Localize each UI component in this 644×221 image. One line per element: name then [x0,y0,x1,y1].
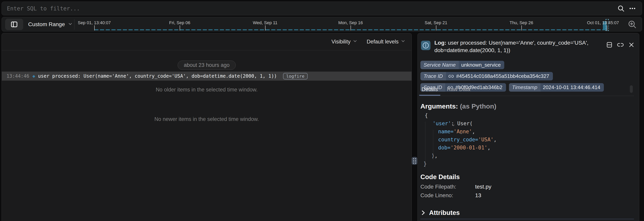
close-icon[interactable] [628,41,635,48]
tab-raw-data[interactable]: Raw Data [446,86,472,96]
timeline-tick [436,25,436,30]
timeline-bar: Custom Range Sep 01, 13:40:07 Fri, Sep 0… [2,17,642,31]
detail-header: Log:user processed: User(name='Anne', co… [421,39,608,54]
zoom-in-icon[interactable] [628,20,637,29]
log-message: user processed: User(name='Anne', countr… [38,73,277,79]
log-list-header: Visibility Default levels [2,33,412,50]
collapse-chevron-icon[interactable] [428,122,432,126]
code-lineno-row: Code Lineno:13 [420,192,481,199]
attributes-section-toggle[interactable]: Attributes [420,209,460,217]
no-older-items-message: No older items in the selected time wind… [2,87,412,93]
log-detail-panel: Log:user processed: User(name='Anne', co… [418,33,639,221]
visibility-label: Visibility [332,39,350,45]
arguments-heading: Arguments:(as Python) [420,102,496,110]
timeline-tick-label: Fri, Sep 06 [169,20,190,25]
sql-filter-bar: Enter SQL to filter... [2,1,642,15]
search-icon[interactable] [617,4,625,13]
no-newer-items-message: No newer items in the selected time wind… [2,116,412,122]
log-list-panel: Visibility Default levels No older items… [2,33,412,221]
chevron-down-icon [68,21,73,27]
tree-line-open: { [420,111,496,120]
copy-link-icon[interactable] [617,41,624,48]
indent-guide [433,130,433,160]
service-name-label: Service Name [420,61,459,69]
tree-line-dob: dob='2000-01-01', [420,144,496,152]
timeline-tick [94,25,95,30]
timeline-tick-label: Thu, Sep 26 [510,20,533,25]
service-name-badge: Service Name unknown_service [420,61,504,69]
code-filepath-value: test.py [475,184,491,190]
timeline-tick [265,25,266,30]
chevron-down-icon [400,38,406,45]
timeline-divider [74,19,74,30]
tree-line-close-call: ), [420,152,496,160]
scrollbar-thumb[interactable] [630,85,633,93]
code-details-heading: Code Details [420,173,460,181]
timeline-tick-label: Mon, Sep 16 [338,20,363,25]
trace-id-value: #454514c0168a455a51bb4ceba354c327 [454,73,553,79]
sidebar-toggle-button[interactable] [5,19,23,30]
log-row[interactable]: 13:44:46 ◆ user processed: User(name='An… [2,72,412,81]
sidebar-toggle-icon [10,20,18,28]
sql-filter-input[interactable]: Enter SQL to filter... [7,5,617,12]
timeline-tick [350,25,351,30]
code-lineno-value: 13 [475,192,481,198]
split-view-icon[interactable] [606,41,613,48]
visibility-dropdown[interactable]: Visibility [332,38,358,45]
log-level-diamond-icon: ◆ [32,73,35,79]
timeline-tick-label: Sat, Sep 21 [425,20,448,25]
code-lineno-label: Code Lineno: [420,192,475,199]
timeline-tick-label: Wed, Sep 11 [253,20,277,25]
time-range-dropdown[interactable]: Custom Range [28,17,73,32]
timeline-tick [522,25,522,30]
drag-dots-icon [413,158,414,159]
detail-title: Log:user processed: User(name='Anne', co… [434,39,608,54]
default-levels-dropdown[interactable]: Default levels [367,38,406,45]
code-filepath-label: Code Filepath: [420,184,475,190]
timeline-tick-label: Sep 01, 13:40:07 [78,20,111,25]
chevron-down-icon [352,38,358,45]
info-icon [421,41,430,50]
logfire-app: Enter SQL to filter... Custom Range [0,0,644,221]
log-tag-badge: logfire [283,73,308,79]
default-levels-label: Default levels [367,39,398,45]
timeline-tick-label: Oct 01, 13:45:07 [587,20,619,25]
code-filepath-row: Code Filepath:test.py [420,184,491,190]
timeline-histogram-baseline[interactable] [94,29,606,30]
chevron-right-icon [420,210,426,216]
detail-title-prefix: Log: [434,40,446,46]
service-name-value: unknown_service [459,62,504,68]
attributes-label: Attributes [429,209,460,217]
python-arguments-tree: { 'user': User( name='Anne', country_cod… [420,111,496,168]
detail-title-line2: dob=datetime.date(2000, 1, 1)) [434,47,608,54]
detail-header-actions [606,41,635,48]
arguments-heading-text: Arguments: [420,102,458,110]
trace-id-badge[interactable]: Trace ID #454514c0168a455a51bb4ceba354c3… [420,72,553,80]
detail-tabs: Details Raw Data [420,86,634,96]
section-divider [420,219,634,219]
detail-title-line1: user processed: User(name='Anne', countr… [448,40,588,46]
timeline-tick [180,25,180,30]
log-timestamp: 13:44:46 [6,73,29,79]
more-options-icon[interactable] [628,4,637,13]
time-range-label: Custom Range [28,21,65,27]
collapse-chevron-icon[interactable] [420,114,424,118]
panel-resize-handle[interactable] [412,157,417,165]
time-ago-badge[interactable]: about 23 hours ago [178,61,236,70]
tab-details[interactable]: Details [420,86,439,96]
trace-id-label: Trace ID [420,72,446,80]
arguments-subheading: (as Python) [460,102,496,110]
tree-line-close: } [420,160,496,168]
link-icon [448,73,454,79]
